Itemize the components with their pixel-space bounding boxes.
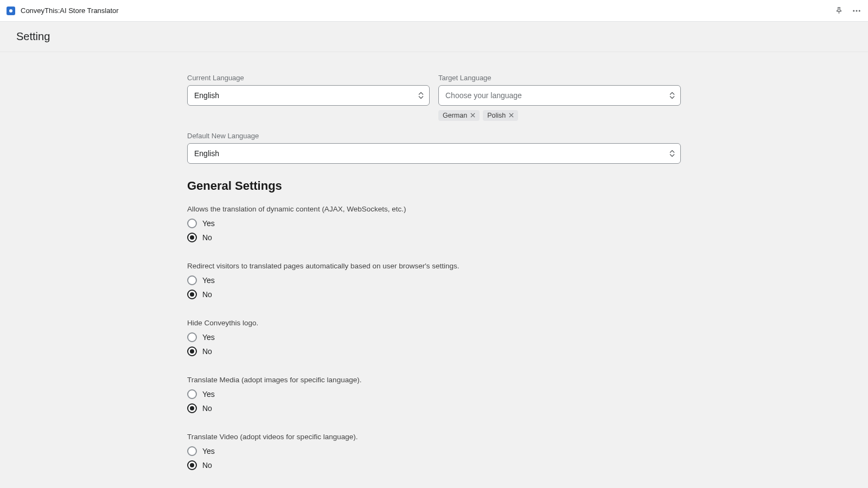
page-title: Setting [16, 30, 50, 43]
select-caret-icon [669, 150, 675, 157]
general-settings-heading: General Settings [187, 179, 681, 193]
subheader: Setting [0, 22, 868, 52]
radio-icon [187, 460, 197, 470]
radio-icon [187, 290, 197, 299]
radio-icon [187, 233, 197, 242]
setting-label: Hide Conveythis logo. [187, 319, 681, 327]
current-language-select[interactable]: English [187, 85, 430, 106]
select-caret-icon [669, 92, 675, 99]
app-title: ConveyThis:AI Store Translator [21, 7, 119, 15]
current-language-value: English [194, 91, 219, 100]
radio-option-yes[interactable]: Yes [187, 219, 681, 228]
radio-icon [187, 446, 197, 456]
radio-label: No [202, 233, 212, 242]
radio-label: No [202, 461, 212, 470]
setting-group: Hide Conveythis logo.YesNo [187, 319, 681, 356]
radio-label: Yes [202, 447, 215, 455]
radio-label: Yes [202, 219, 215, 228]
default-new-language-value: English [194, 149, 219, 158]
radio-icon [187, 389, 197, 399]
radio-label: No [202, 404, 212, 413]
target-language-label: Target Language [438, 74, 681, 82]
app-icon [7, 7, 15, 15]
radio-icon [187, 332, 197, 342]
radio-option-yes[interactable]: Yes [187, 332, 681, 342]
topbar-right [835, 6, 861, 16]
radio-option-no[interactable]: No [187, 290, 681, 299]
content: Current Language English Target Language… [0, 52, 868, 488]
settings-list: Allows the translation of dynamic conten… [187, 205, 681, 470]
radio-option-no[interactable]: No [187, 233, 681, 242]
radio-icon [187, 219, 197, 228]
radio-option-yes[interactable]: Yes [187, 275, 681, 285]
target-language-select[interactable]: Choose your language [438, 85, 681, 106]
svg-point-2 [856, 10, 858, 11]
radio-option-no[interactable]: No [187, 346, 681, 356]
radio-icon [187, 275, 197, 285]
radio-label: Yes [202, 390, 215, 399]
current-language-label: Current Language [187, 74, 430, 82]
radio-label: Yes [202, 333, 215, 342]
radio-option-no[interactable]: No [187, 460, 681, 470]
language-chip: German [438, 110, 480, 121]
setting-label: Translate Media (adopt images for specif… [187, 376, 681, 384]
default-new-language-select[interactable]: English [187, 143, 681, 164]
topbar: ConveyThis:AI Store Translator [0, 0, 868, 22]
radio-icon [187, 403, 197, 413]
setting-label: Translate Video (adopt videos for specif… [187, 433, 681, 441]
chip-label: Polish [487, 112, 506, 119]
radio-label: No [202, 347, 212, 356]
target-language-chips: GermanPolish [438, 110, 681, 121]
radio-option-yes[interactable]: Yes [187, 446, 681, 456]
chip-remove-icon[interactable] [470, 112, 475, 119]
radio-option-yes[interactable]: Yes [187, 389, 681, 399]
topbar-left: ConveyThis:AI Store Translator [7, 7, 119, 15]
setting-group: Allows the translation of dynamic conten… [187, 205, 681, 242]
radio-icon [187, 346, 197, 356]
chip-remove-icon[interactable] [509, 112, 514, 119]
radio-option-no[interactable]: No [187, 403, 681, 413]
default-new-language-label: Default New Language [187, 132, 681, 140]
more-icon[interactable] [852, 6, 861, 16]
target-language-placeholder: Choose your language [445, 91, 522, 100]
language-chip: Polish [483, 110, 518, 121]
setting-label: Redirect visitors to translated pages au… [187, 262, 681, 270]
radio-label: Yes [202, 276, 215, 285]
chip-label: German [443, 112, 467, 119]
select-caret-icon [418, 92, 424, 99]
setting-group: Translate Media (adopt images for specif… [187, 376, 681, 413]
pin-icon[interactable] [835, 7, 843, 15]
radio-label: No [202, 290, 212, 299]
svg-point-3 [859, 10, 860, 11]
setting-label: Allows the translation of dynamic conten… [187, 205, 681, 213]
svg-point-1 [853, 10, 854, 11]
setting-group: Redirect visitors to translated pages au… [187, 262, 681, 299]
container: Current Language English Target Language… [187, 74, 681, 488]
setting-group: Translate Video (adopt videos for specif… [187, 433, 681, 470]
